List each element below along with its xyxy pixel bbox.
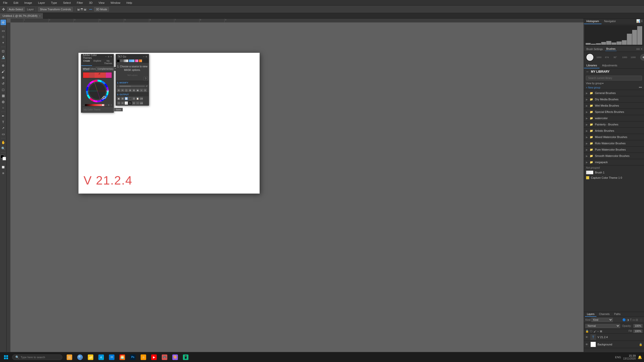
lasso-tool[interactable]: ⊹ <box>1 34 6 39</box>
tab-libraries[interactable]: Libraries <box>584 63 599 68</box>
tk7-tool-2[interactable]: ✏ <box>121 88 124 92</box>
brush-group-item-dry[interactable]: ▶ 📁 Dry Media Brushes <box>584 96 644 103</box>
healing-tool[interactable]: ⊕ <box>1 63 6 68</box>
magic-wand-tool[interactable]: ⌖ <box>1 40 6 46</box>
tk7-menu-btn[interactable]: ≡ <box>146 55 147 58</box>
menu-view[interactable]: View <box>98 1 106 5</box>
more-options-btn[interactable]: ••• <box>89 8 92 11</box>
crop-tool[interactable]: ⊡ <box>1 48 6 54</box>
tk7-output-7[interactable]: LM <box>140 97 143 100</box>
tk7-output-11[interactable]: ⬛ <box>128 101 132 105</box>
panel-minus-btn[interactable]: − <box>105 55 107 58</box>
tk7-help-btn[interactable]: ? <box>144 77 148 81</box>
menu-help[interactable]: Help <box>126 1 133 5</box>
zoom-tool[interactable]: 🔍 <box>1 146 6 151</box>
tab-channels[interactable]: Channels <box>597 312 612 317</box>
brush-group-item-wet[interactable]: ▶ 📁 Wet Media Brushes <box>584 103 644 109</box>
taskbar-app-amazon[interactable]: a <box>138 352 148 362</box>
brightness-slider[interactable] <box>85 104 104 106</box>
brush-group-item-pure[interactable]: ▶ 📁 Pure Watercolor Brushes <box>584 147 644 153</box>
document-tab[interactable]: Untitled-1 @ 66.7% (RGB/8) × <box>0 13 43 19</box>
tk7-tool-3[interactable]: ◻ <box>125 88 128 92</box>
shape-tool[interactable]: ▭ <box>1 131 6 137</box>
marquee-tool[interactable]: ▭ <box>1 28 6 33</box>
taskbar-app-search[interactable]: 🔍 <box>75 352 85 362</box>
layer-item-text[interactable]: 👁 T V 21.2.4 <box>584 334 644 341</box>
background-color[interactable] <box>3 157 6 160</box>
color-add-icon[interactable]: + <box>111 104 112 106</box>
tab-adjustments[interactable]: Adjustments <box>599 63 620 68</box>
auto-select-option[interactable]: Auto-Select <box>7 7 25 12</box>
canvas-document[interactable]: V 21.2.4 Adobe Color Themes − ≡ × Create… <box>78 53 260 194</box>
tk7-output-1[interactable]: ▣ <box>117 97 120 100</box>
tk7-tool-7[interactable]: × <box>140 88 143 92</box>
move-tool[interactable]: ✜ <box>1 20 6 25</box>
brush-group-item-watercolor[interactable]: ▶ 📁 watercolor <box>584 115 644 121</box>
lock-icon[interactable]: 🔒 <box>585 330 589 333</box>
tk7-output-3[interactable]: ⬜ <box>125 97 128 100</box>
fill-val[interactable]: 100% <box>633 330 642 333</box>
tk7-gradient-swatch[interactable] <box>123 59 128 62</box>
new-group-btn[interactable]: + New group <box>586 86 600 89</box>
menu-3d[interactable]: 3D <box>88 1 94 5</box>
brush-group-item-general[interactable]: ▶ 📁 General Brushes <box>584 90 644 96</box>
tk7-tool-1[interactable]: A <box>117 88 120 92</box>
hand-tool[interactable]: ✋ <box>1 140 6 145</box>
tk7-tool-6[interactable]: ◉ <box>136 88 139 92</box>
theme-save-btn[interactable]: Save <box>114 108 123 111</box>
tk7-slider[interactable] <box>119 85 145 87</box>
taskbar-app-edge[interactable]: e <box>96 352 106 362</box>
capture-item-row[interactable]: Capture Color Theme 1 0 <box>584 175 644 180</box>
tk7-output-10[interactable]: ⬜ <box>125 101 128 105</box>
clone-stamp-tool[interactable]: ⊗ <box>1 75 6 80</box>
wheel-type-select[interactable]: Complementary Analogous Triadic <box>96 67 118 71</box>
pen-tool[interactable]: ✒ <box>1 113 6 119</box>
canvas-content[interactable]: V 21.2.4 Adobe Color Themes − ≡ × Create… <box>11 23 584 362</box>
brush-add-icon[interactable]: + <box>640 54 644 61</box>
brush-group-item-mixed[interactable]: ▶ 📁 Mixed Watercolor Brushes <box>584 134 644 140</box>
brush-group-item-artistic[interactable]: ▶ 📁 Artistic Brushes <box>584 128 644 134</box>
color-wheel-settings[interactable]: ⚙ <box>108 104 110 106</box>
opacity-val[interactable]: 100% <box>633 324 642 328</box>
wheel-label[interactable]: Wheel <box>83 68 89 70</box>
notification-icon[interactable]: 🔔 <box>638 355 642 359</box>
tk7-swatch-pink[interactable] <box>135 59 138 62</box>
3d-mode-btn[interactable]: 3D Mode <box>94 7 109 12</box>
tab-layers[interactable]: Layers <box>585 312 596 317</box>
menu-select[interactable]: Select <box>62 1 72 5</box>
tk7-output-8[interactable]: ⬡ <box>117 101 120 105</box>
menu-edit[interactable]: Edit <box>13 1 19 5</box>
align-icons[interactable]: ⬓ ⬒ ⬓ <box>77 8 86 11</box>
filter-pixel-icon[interactable]: 🔵 <box>622 318 626 322</box>
tab-histogram[interactable]: Histogram <box>584 19 601 24</box>
canvas-area[interactable]: 1 2 3 4 5 6 7 8 9 V 21.2.4 Adobe Color T… <box>7 19 584 362</box>
lock-pixels-icon[interactable]: 🖌 <box>593 330 596 333</box>
eyedropper-tool[interactable]: 🔬 <box>1 54 6 60</box>
brightness-plus-icon[interactable]: + <box>105 104 107 106</box>
screen-mode-btn[interactable]: ⊞ <box>1 170 6 176</box>
brush-group-item-megapack[interactable]: ▶ 📁 megapack <box>584 159 644 165</box>
layer-item-background[interactable]: 👁 Background 🔒 <box>584 341 644 348</box>
taskbar-app-game[interactable]: 🎮 <box>159 352 170 362</box>
brush-group-item-smooth[interactable]: ▶ 📁 Smooth Watercolor Brushes <box>584 153 644 159</box>
lock-artboard-icon[interactable]: ▣ <box>600 330 602 333</box>
color-pair[interactable] <box>1 155 6 160</box>
dodge-tool[interactable]: ○ <box>1 105 6 110</box>
lock-transparent-icon[interactable]: ⬡ <box>590 330 592 333</box>
tk7-output-13[interactable]: → <box>136 101 139 105</box>
theme-name-input[interactable] <box>83 108 113 112</box>
new-group-menu-icon[interactable]: ••• <box>639 86 642 89</box>
menu-filter[interactable]: Filter <box>76 1 84 5</box>
color-themes-panel-header[interactable]: Adobe Color Themes − ≡ × <box>81 54 113 59</box>
brush-menu-icon[interactable]: ≡≡ <box>636 47 640 51</box>
filter-shape-icon[interactable]: ▭ <box>632 318 635 322</box>
color-wheel[interactable] <box>86 80 109 102</box>
color-wheel-container[interactable] <box>81 79 113 103</box>
layers-kind-select[interactable]: Kind Name Effect Mode Attribute Color Sm… <box>591 318 613 322</box>
tk7-output-2[interactable]: ⊞ <box>121 97 124 100</box>
tk7-tool-5[interactable]: ⊗ <box>132 88 136 92</box>
tk7-minus-btn[interactable]: − <box>143 55 144 58</box>
filter-toggle-icon[interactable]: ◌ <box>640 318 642 322</box>
eraser-tool[interactable]: ◻ <box>1 87 6 92</box>
taskbar-app-extra1[interactable]: 🎨 <box>170 352 180 362</box>
